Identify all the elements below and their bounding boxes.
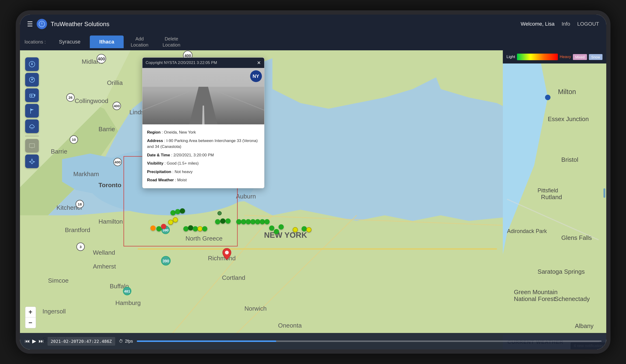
cloud-tool-btn[interactable]	[25, 120, 39, 133]
hamburger-icon[interactable]: ☰	[27, 20, 33, 28]
svg-text:Markham: Markham	[73, 170, 99, 178]
app-logo	[37, 19, 47, 29]
map-marker-26[interactable]	[274, 229, 279, 234]
map-marker-22[interactable]	[260, 219, 265, 224]
svg-text:10: 10	[72, 138, 76, 142]
map-marker-10[interactable]	[188, 225, 193, 230]
compass-tool-btn[interactable]	[25, 57, 39, 71]
svg-text:481: 481	[124, 289, 130, 293]
map-marker-1[interactable]	[170, 210, 176, 215]
map-marker-5[interactable]	[168, 220, 173, 225]
right-panel: Light Heavy Mixed Snow Milton Essex Junc…	[503, 50, 606, 349]
monitor-tool-btn[interactable]	[25, 139, 39, 153]
scroll-handle[interactable]	[603, 188, 605, 198]
map-marker-7[interactable]	[161, 224, 166, 229]
radar-tool-btn[interactable]	[25, 73, 39, 86]
map-marker-2[interactable]	[175, 209, 180, 214]
map-marker-3[interactable]	[180, 208, 185, 213]
tab-ithaca[interactable]: Ithaca	[90, 36, 124, 48]
svg-text:26: 26	[68, 95, 73, 99]
map-marker-30[interactable]	[217, 211, 222, 215]
svg-text:Hamburg: Hamburg	[115, 299, 141, 306]
zoom-controls: + −	[25, 307, 36, 328]
zoom-in-button[interactable]: +	[25, 307, 36, 318]
map-marker-23[interactable]	[265, 219, 270, 224]
popup-close-button[interactable]: ✕	[257, 60, 261, 66]
flag-tool-btn[interactable]	[25, 104, 39, 118]
right-map-overlay[interactable]: Milton Essex Junction Bristol Rutland Ad…	[503, 64, 606, 335]
topbar-right: Welcome, Lisa Info LOGOUT	[521, 21, 599, 27]
zoom-out-button[interactable]: −	[25, 318, 36, 328]
svg-text:National Forest: National Forest	[514, 295, 555, 302]
svg-text:390: 390	[162, 259, 169, 263]
svg-text:Bristol: Bristol	[561, 156, 578, 163]
svg-text:Adirondack Park: Adirondack Park	[507, 228, 547, 234]
timeline-bar: ⏮ ▶ ⏭ 2021-02-20T20:47:22.486Z ⏱ 2fps	[20, 333, 606, 349]
location-pin-marker[interactable]	[222, 248, 232, 261]
rewind-button[interactable]: ⏮	[25, 338, 30, 344]
popup-visibility: Visibility : Good (1.5+ miles)	[147, 159, 260, 168]
timeline-progress	[137, 340, 276, 342]
map-marker-14[interactable]	[215, 219, 220, 224]
map-marker-20[interactable]	[250, 219, 256, 224]
tab-syracuse[interactable]: Syracuse	[50, 36, 90, 48]
svg-point-66	[31, 64, 33, 65]
svg-text:400: 400	[98, 56, 105, 61]
svg-text:Hamilton: Hamilton	[99, 218, 123, 225]
tab-delete-location[interactable]: DeleteLocation	[156, 33, 188, 51]
map-marker-27[interactable]	[293, 227, 298, 232]
plane-tool-btn[interactable]	[25, 155, 39, 168]
legend-heavy-label: Heavy	[560, 55, 571, 59]
map-tools	[25, 57, 39, 168]
svg-text:Green Mountain: Green Mountain	[514, 288, 557, 296]
map-marker-15[interactable]	[220, 218, 226, 224]
map-marker-11[interactable]	[193, 226, 198, 231]
map-marker-29[interactable]	[306, 227, 312, 232]
svg-text:Welland: Welland	[93, 249, 115, 256]
svg-point-0	[39, 21, 45, 27]
info-link[interactable]: Info	[562, 21, 570, 27]
tab-add-location[interactable]: AddLocation	[124, 33, 156, 51]
map-marker-21[interactable]	[255, 219, 260, 224]
svg-text:400: 400	[115, 160, 120, 164]
app-title: TruWeather Solutions	[51, 20, 110, 28]
popup-info: Region : Oneida, New York Address : I-90…	[142, 124, 264, 188]
topbar: ☰ TruWeather Solutions Welcome, Lisa Inf…	[20, 15, 606, 33]
svg-text:Collingwood: Collingwood	[75, 97, 108, 104]
svg-text:Brantford: Brantford	[65, 226, 90, 234]
svg-rect-88	[142, 68, 264, 87]
svg-text:Saratoga Springs: Saratoga Springs	[537, 268, 585, 275]
map-marker-18[interactable]	[241, 219, 246, 224]
map-marker-25[interactable]	[269, 226, 274, 231]
timeline-timestamp: 2021-02-20T20:47:22.486Z	[47, 337, 115, 346]
play-button[interactable]: ▶	[32, 338, 36, 344]
legend-gradient	[517, 54, 558, 60]
timeline-slider[interactable]	[137, 340, 602, 342]
map-marker-9[interactable]	[183, 226, 189, 231]
popup-datetime: Date & Time : 2/20/2021, 3:20:00 PM	[147, 151, 260, 160]
map-marker-6[interactable]	[151, 226, 156, 231]
map-marker-8[interactable]	[156, 226, 161, 231]
map-marker-24[interactable]	[278, 224, 284, 230]
popup-region: Region : Oneida, New York	[147, 128, 260, 137]
tablet-frame: ☰ TruWeather Solutions Welcome, Lisa Inf…	[16, 10, 611, 354]
fast-forward-button[interactable]: ⏭	[39, 338, 44, 344]
popup-precipitation: Precipitation : Not heavy	[147, 168, 260, 176]
svg-text:Toronto: Toronto	[99, 182, 121, 189]
svg-text:North Greece: North Greece	[186, 235, 223, 242]
map-marker-4[interactable]	[173, 217, 178, 222]
map-marker-12[interactable]	[197, 226, 203, 231]
locations-label: locations :	[25, 39, 46, 45]
map-marker-19[interactable]	[246, 219, 251, 224]
svg-point-89	[225, 251, 229, 254]
topbar-left: ☰ TruWeather Solutions	[27, 19, 110, 29]
camera-logo-badge: NY	[250, 70, 262, 82]
map-marker-16[interactable]	[226, 218, 231, 224]
svg-text:Rutland: Rutland	[541, 194, 562, 201]
map-marker-28[interactable]	[302, 226, 307, 231]
camera-tool-btn[interactable]	[25, 88, 39, 102]
map-marker-17[interactable]	[236, 219, 241, 224]
map-marker-13[interactable]	[202, 226, 207, 231]
logout-button[interactable]: LOGOUT	[577, 21, 599, 27]
camera-popup: Copyright NYSTA 2/20/2021 3:22:05 PM ✕	[142, 57, 265, 188]
